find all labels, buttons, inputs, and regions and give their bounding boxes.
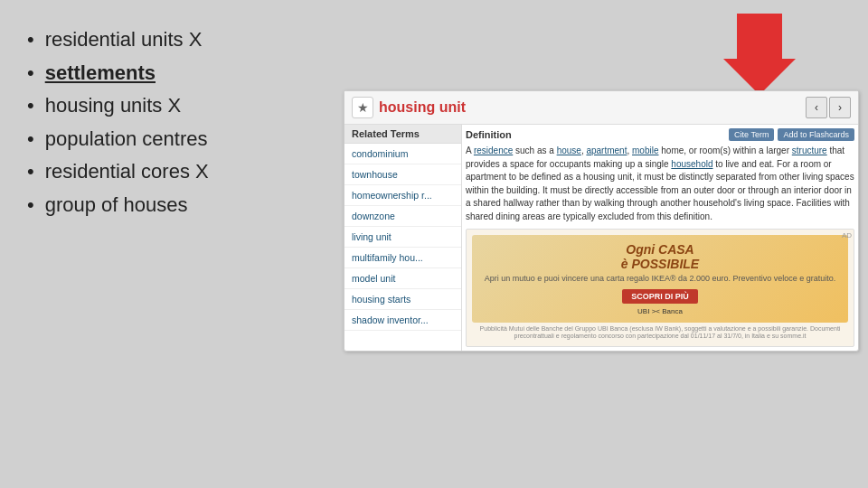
bullet-list: residential units X settlements housing … [27,27,316,226]
ad-title: Ogni CASAè POSSIBILE [479,242,841,271]
mobile-home-link[interactable]: mobile [632,145,658,155]
cite-term-button[interactable]: Cite Term [729,128,774,141]
star-button[interactable]: ★ [352,97,373,118]
household-link[interactable]: household [671,159,712,169]
related-term[interactable]: shadow inventor... [344,310,461,331]
list-item: housing units X [27,93,316,119]
related-terms-header: Related Terms [344,125,461,144]
dictionary-card: ★ housing unit ‹ › Related Terms condomi… [344,90,859,352]
down-arrow-icon [723,14,796,95]
house-link[interactable]: house [557,145,581,155]
list-item: population centres [27,127,316,153]
list-item-text: population centres [45,127,208,153]
ad-cta-button[interactable]: SCOPRI DI PIÙ [622,289,698,304]
list-item: group of houses [27,192,316,219]
related-term[interactable]: homeownership r... [344,185,461,206]
related-term[interactable]: multifamily hou... [344,248,461,268]
definition-header: Definition [466,129,725,140]
related-term[interactable]: condominium [344,144,461,164]
definition-header-row: Definition Cite Term Add to Flashcards [466,128,854,141]
ad-content: Ogni CASAè POSSIBILE Apri un mutuo e puo… [472,235,848,323]
ad-disclaimer: Pubblicità Mutui delle Banche del Gruppo… [472,325,848,341]
list-item: settlements [27,61,316,87]
related-term[interactable]: model unit [344,268,461,289]
related-term[interactable]: townhouse [344,164,461,185]
list-item: residential units X [27,27,316,53]
list-item: residential cores X [27,159,316,185]
nav-next-button[interactable]: › [829,97,851,118]
dict-body: Related Terms condominium townhouse home… [344,125,858,351]
nav-buttons: ‹ › [806,97,851,118]
ad-bank: UBI >< Banca [479,307,841,315]
residence-link[interactable]: residence [474,145,513,155]
dict-header: ★ housing unit ‹ › [344,91,858,125]
dict-title: housing unit [379,99,800,116]
definition-col: Definition Cite Term Add to Flashcards A… [462,125,858,351]
list-item-text: residential units X [45,27,203,53]
definition-text: A residence such as a house, apartment, … [466,145,854,223]
related-term[interactable]: living unit [344,227,461,248]
advertisement-box: AD Ogni CASAè POSSIBILE Apri un mutuo e … [466,229,854,347]
ubi-banca-label: UBI >< Banca [637,307,683,315]
ad-subtitle: Apri un mutuo e puoi vincere una carta r… [479,274,841,283]
right-panel: ★ housing unit ‹ › Related Terms condomi… [335,0,868,488]
list-item-text: group of houses [45,192,188,219]
add-flashcards-button[interactable]: Add to Flashcards [778,128,854,141]
left-panel: residential units X settlements housing … [0,0,335,488]
nav-prev-button[interactable]: ‹ [806,97,827,118]
ad-label: AD [842,231,852,239]
related-term[interactable]: housing starts [344,289,461,310]
list-item-text: housing units X [45,93,181,119]
apartment-link[interactable]: apartment [586,145,627,155]
list-item-text: settlements [45,61,156,87]
related-term[interactable]: downzone [344,206,461,227]
structure-link[interactable]: structure [792,145,827,155]
related-terms-col: Related Terms condominium townhouse home… [344,125,462,351]
svg-marker-0 [723,14,796,95]
list-item-text: residential cores X [45,159,209,185]
